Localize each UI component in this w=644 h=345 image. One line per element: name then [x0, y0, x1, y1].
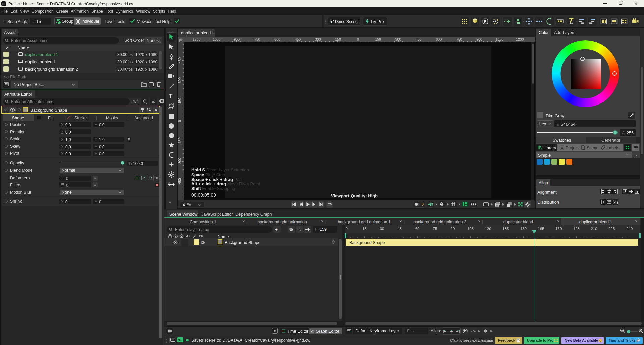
svg-text:0: 0	[422, 202, 424, 206]
